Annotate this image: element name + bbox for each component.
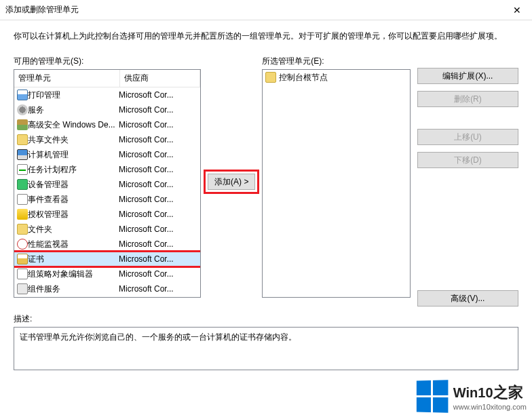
item-vendor: Microsoft Cor...: [119, 180, 200, 189]
gp-icon: [17, 269, 28, 279]
remove-button[interactable]: 删除(R): [417, 91, 518, 107]
add-button[interactable]: 添加(A) >: [208, 174, 255, 190]
folder-icon: [17, 134, 28, 145]
item-name: 打印管理: [28, 90, 119, 101]
main-area: 可用的管理单元(S): 管理单元 供应商 打印管理Microsoft Cor..…: [0, 49, 532, 307]
item-vendor: Microsoft Cor...: [119, 224, 200, 234]
item-vendor: Microsoft Cor...: [119, 254, 200, 264]
move-up-button[interactable]: 上移(U): [417, 129, 518, 145]
item-vendor: Microsoft Cor...: [119, 284, 200, 294]
wall-icon: [17, 119, 28, 130]
selected-column: 所选管理单元(E): 控制台根节点: [262, 56, 411, 307]
list-item[interactable]: 文件夹Microsoft Cor...: [14, 222, 200, 237]
header-vendor[interactable]: 供应商: [120, 70, 200, 87]
list-item[interactable]: 授权管理器Microsoft Cor...: [14, 207, 200, 222]
list-item[interactable]: 打印管理Microsoft Cor...: [14, 87, 200, 102]
middle-column: 添加(A) >: [208, 56, 255, 307]
item-vendor: Microsoft Cor...: [119, 105, 200, 115]
item-name: 任务计划程序: [28, 164, 119, 176]
item-name: 共享文件夹: [28, 134, 119, 146]
item-name: 事件查看器: [28, 194, 119, 205]
item-vendor: Microsoft Cor...: [119, 210, 200, 219]
intro-text: 你可以在计算机上为此控制台选择可用的管理单元并配置所选的一组管理单元。对于可扩展…: [0, 20, 532, 49]
item-vendor: Microsoft Cor...: [119, 120, 200, 130]
window-title: 添加或删除管理单元: [5, 4, 501, 16]
gear-icon: [17, 104, 28, 115]
list-item[interactable]: 任务计划程序Microsoft Cor...: [14, 162, 200, 177]
folder-icon: [17, 224, 28, 235]
list-item[interactable]: 高级安全 Windows De...Microsoft Cor...: [14, 117, 200, 132]
list-item[interactable]: 组策略对象编辑器Microsoft Cor...: [14, 266, 200, 281]
list-item[interactable]: 计算机管理Microsoft Cor...: [14, 147, 200, 162]
item-name: 组件服务: [28, 283, 119, 295]
right-button-column: 编辑扩展(X)... 删除(R) 上移(U) 下移(D) 高级(V)...: [417, 56, 518, 307]
list-item[interactable]: 事件查看器Microsoft Cor...: [14, 192, 200, 207]
item-name: 服务: [28, 104, 119, 116]
console-root-icon: [265, 72, 276, 83]
item-vendor: Microsoft Cor...: [119, 150, 200, 159]
watermark-brand: Win10: [453, 385, 493, 400]
task-icon: [17, 164, 28, 175]
selected-listbox[interactable]: 控制台根节点: [262, 69, 411, 298]
item-vendor: Microsoft Cor...: [119, 239, 200, 249]
item-vendor: Microsoft Cor...: [119, 195, 200, 204]
header-name[interactable]: 管理单元: [14, 70, 120, 87]
titlebar: 添加或删除管理单元 ✕: [0, 0, 532, 20]
perf-icon: [17, 239, 28, 250]
list-item[interactable]: 共享文件夹Microsoft Cor...: [14, 132, 200, 147]
edit-extensions-button[interactable]: 编辑扩展(X)...: [417, 68, 518, 84]
list-item[interactable]: 性能监视器Microsoft Cor...: [14, 237, 200, 252]
item-name: 证书: [28, 254, 119, 265]
windows-logo-icon: [417, 380, 449, 412]
move-down-button[interactable]: 下移(D): [417, 152, 518, 168]
pc-icon: [17, 149, 28, 160]
item-name: 性能监视器: [28, 239, 119, 250]
dev-icon: [17, 179, 28, 190]
item-vendor: Microsoft Cor...: [119, 135, 200, 144]
item-vendor: Microsoft Cor...: [119, 165, 200, 174]
event-icon: [17, 194, 28, 205]
available-rows[interactable]: 打印管理Microsoft Cor...服务Microsoft Cor...高级…: [14, 87, 200, 298]
selected-label: 所选管理单元(E):: [262, 56, 411, 67]
console-root-label: 控制台根节点: [279, 72, 328, 83]
description-label: 描述:: [14, 313, 518, 325]
description-box: 证书管理单元允许你浏览自己的、一个服务的或一台计算机的证书存储内容。: [14, 327, 518, 370]
item-name: 计算机管理: [28, 149, 119, 161]
list-item[interactable]: 服务Microsoft Cor...: [14, 102, 200, 117]
list-item[interactable]: 设备管理器Microsoft Cor...: [14, 177, 200, 192]
available-listbox[interactable]: 管理单元 供应商 打印管理Microsoft Cor...服务Microsoft…: [14, 69, 201, 298]
advanced-button[interactable]: 高级(V)...: [417, 290, 518, 307]
comp-icon: [17, 283, 28, 294]
item-name: 文件夹: [28, 224, 119, 235]
watermark-text: Win10之家 www.win10xitong.com: [453, 382, 527, 411]
description-section: 描述: 证书管理单元允许你浏览自己的、一个服务的或一台计算机的证书存储内容。: [0, 307, 532, 377]
add-button-highlight: 添加(A) >: [204, 170, 259, 194]
item-name: 授权管理器: [28, 209, 119, 220]
auth-icon: [17, 209, 28, 220]
selected-root-row[interactable]: 控制台根节点: [263, 70, 410, 85]
list-item[interactable]: 组件服务Microsoft Cor...: [14, 281, 200, 296]
watermark-suffix: 之家: [493, 384, 523, 401]
item-name: 设备管理器: [28, 179, 119, 191]
cert-icon: [17, 254, 28, 264]
item-name: 高级安全 Windows De...: [28, 119, 119, 131]
close-button[interactable]: ✕: [501, 0, 532, 20]
item-name: 组策略对象编辑器: [28, 269, 119, 280]
watermark: Win10之家 www.win10xitong.com: [416, 380, 527, 412]
available-column: 可用的管理单元(S): 管理单元 供应商 打印管理Microsoft Cor..…: [14, 56, 201, 307]
available-header: 管理单元 供应商: [14, 70, 200, 87]
list-item[interactable]: 证书Microsoft Cor...: [14, 252, 200, 266]
available-label: 可用的管理单元(S):: [14, 56, 201, 67]
item-vendor: Microsoft Cor...: [119, 90, 200, 100]
item-vendor: Microsoft Cor...: [119, 269, 200, 279]
printer-icon: [17, 90, 28, 100]
watermark-url: www.win10xitong.com: [453, 403, 527, 411]
